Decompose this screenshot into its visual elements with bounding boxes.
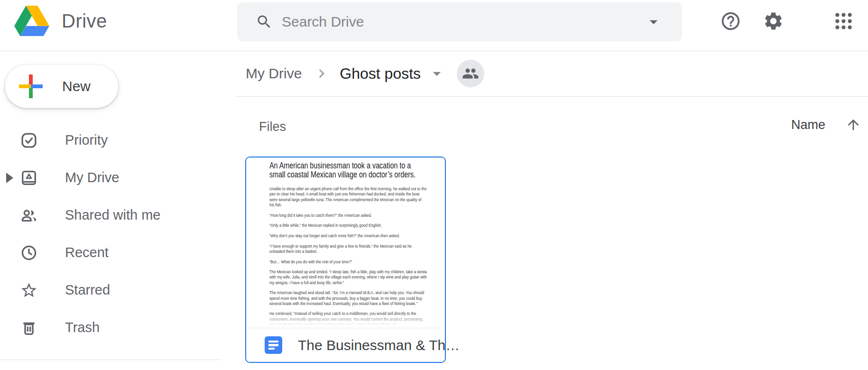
sidebar-item-label: Shared with me [65, 207, 161, 223]
document-preview-text: An American businessman took a vacation … [269, 161, 427, 327]
multicolor-plus-icon [19, 74, 43, 98]
drive-triangle-icon [14, 6, 49, 36]
help-button[interactable] [719, 9, 742, 32]
files-section-label: Files [259, 120, 286, 134]
breadcrumb: My Drive Ghost posts [236, 51, 484, 96]
sidebar-item-recent[interactable]: Recent [0, 234, 218, 271]
priority-check-icon [20, 131, 38, 149]
trash-icon [20, 319, 38, 337]
search-bar [237, 2, 682, 41]
folder-menu-caret-icon[interactable] [427, 64, 446, 83]
breadcrumb-current-folder[interactable]: Ghost posts [340, 65, 421, 83]
new-button[interactable]: New [5, 65, 119, 108]
document-preview: An American businessman took a vacation … [246, 157, 445, 328]
sidebar-item-label: Priority [65, 132, 108, 148]
apps-grid-button[interactable] [832, 9, 855, 32]
document-paragraph: “Why don’t you stay out longer and catch… [269, 233, 427, 238]
apps-grid-icon [833, 10, 854, 32]
star-icon [20, 281, 38, 299]
recent-clock-icon [20, 244, 38, 262]
topbar: Drive [0, 0, 868, 51]
document-paragraph: “But… What do you do with the rest of yo… [269, 259, 427, 264]
sidebar-item-label: Starred [65, 282, 110, 298]
sidebar-item-shared-with-me[interactable]: Shared with me [0, 196, 218, 234]
document-paragraph: “I have enough to support my family and … [269, 243, 427, 254]
document-paragraph: “Only a little while,” the Mexican repli… [269, 222, 427, 228]
google-docs-icon [265, 336, 282, 354]
document-paragraph: The American laughed and stood tall. “Si… [269, 290, 427, 306]
sidebar-nav: Priority My Drive [0, 121, 218, 346]
sidebar-item-label: Trash [65, 320, 100, 335]
gear-icon [763, 10, 784, 32]
drive-logo[interactable]: Drive [14, 6, 107, 36]
settings-button[interactable] [762, 9, 785, 32]
preview-fade-overlay [247, 314, 444, 328]
help-icon [720, 10, 741, 32]
files-header-row: Files Name [236, 112, 868, 140]
google-drive-screen: Drive [0, 0, 868, 370]
shared-people-icon [20, 206, 38, 224]
breadcrumb-my-drive[interactable]: My Drive [246, 65, 302, 82]
file-name: The Businessman & Th… [298, 337, 460, 353]
document-paragraph: Unable to sleep after an urgent phone ca… [269, 186, 427, 207]
my-drive-icon [20, 169, 38, 187]
sort-by-name-button[interactable]: Name [791, 118, 825, 132]
file-card-footer: The Businessman & Th… [246, 328, 445, 362]
sidebar-item-my-drive[interactable]: My Drive [0, 159, 218, 196]
sidebar-item-trash[interactable]: Trash [0, 309, 218, 346]
document-paragraph: “How long did it take you to catch them?… [269, 213, 427, 218]
arrow-upward-icon[interactable] [845, 117, 861, 133]
sidebar-item-label: Recent [65, 245, 109, 260]
sidebar-item-label: My Drive [65, 170, 119, 185]
chevron-right-icon [313, 65, 330, 82]
sort-control[interactable]: Name [791, 117, 861, 133]
search-options-caret-icon[interactable] [644, 12, 663, 31]
shared-folder-badge [457, 60, 484, 87]
document-title: An American businessman took a vacation … [269, 161, 427, 179]
document-paragraph: The Mexican looked up and smiled. “I sle… [269, 269, 427, 285]
people-icon [462, 65, 479, 82]
search-icon[interactable] [255, 13, 273, 31]
sidebar-item-starred[interactable]: Starred [0, 271, 218, 309]
new-button-label: New [62, 78, 91, 94]
sidebar-item-priority[interactable]: Priority [0, 121, 218, 159]
file-card-selected[interactable]: An American businessman took a vacation … [245, 157, 446, 363]
sidebar-divider [0, 360, 222, 360]
app-title: Drive [62, 10, 107, 32]
content-divider [236, 96, 868, 97]
search-input[interactable] [282, 14, 644, 30]
expand-caret-icon[interactable] [6, 173, 13, 183]
